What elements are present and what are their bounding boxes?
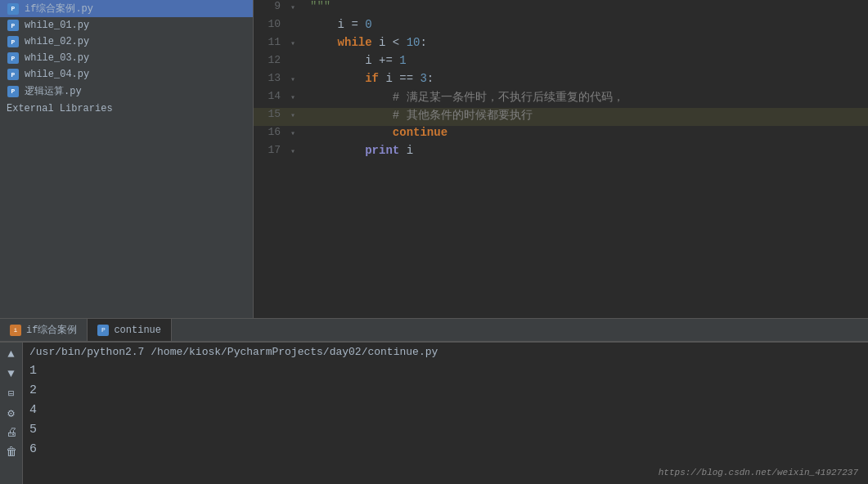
sidebar: P if综合案例.py P while_01.py P while_02.py … xyxy=(0,0,254,318)
print-button[interactable]: 🖨 xyxy=(3,424,20,441)
line-number: 17 xyxy=(254,144,290,162)
table-row: 9 ▾ """ xyxy=(254,0,868,18)
run-result: 1 2 4 5 6 xyxy=(29,361,861,459)
code-line: # 满足某一条件时，不执行后续重复的代码， xyxy=(307,90,868,108)
gutter: ▾ xyxy=(290,36,307,54)
settings-button[interactable]: ⚙ xyxy=(3,405,20,421)
table-row: 15 ▾ # 其他条件的时候都要执行 xyxy=(254,108,868,126)
output-line-1: 1 xyxy=(29,361,861,381)
code-line: i += 1 xyxy=(307,54,868,72)
py-icon: P xyxy=(7,85,20,98)
line-number: 11 xyxy=(254,36,290,54)
code-line: print i xyxy=(307,144,868,162)
sidebar-item-label: while_04.py xyxy=(25,69,89,80)
py-icon: P xyxy=(7,68,20,81)
fold-icon: ▾ xyxy=(290,147,295,156)
output-line-5: 6 xyxy=(29,440,861,459)
tab-label: if综合案例 xyxy=(26,323,77,337)
run-toolbar: ▲ ▼ ⊟ ⚙ 🖨 🗑 xyxy=(0,343,23,484)
scroll-up-button[interactable]: ▲ xyxy=(3,346,20,362)
line-number: 9 xyxy=(254,0,290,18)
gutter: ▾ xyxy=(290,126,307,144)
fold-icon: ▾ xyxy=(290,39,295,48)
tab-label: continue xyxy=(114,325,161,336)
tab-continue[interactable]: P continue xyxy=(88,319,172,341)
py-icon: P xyxy=(7,35,20,48)
sidebar-item-label: while_03.py xyxy=(25,52,89,64)
run-command: /usr/bin/python2.7 /home/kiosk/PycharmPr… xyxy=(29,346,861,358)
filter-button[interactable]: ⊟ xyxy=(3,385,20,401)
sidebar-item-label: 逻辑运算.py xyxy=(25,84,82,98)
run-output: /usr/bin/python2.7 /home/kiosk/PycharmPr… xyxy=(23,343,868,484)
code-line: # 其他条件的时候都要执行 xyxy=(307,108,868,126)
py-icon: P xyxy=(7,2,20,16)
table-row: 12 i += 1 xyxy=(254,54,868,72)
table-row: 13 ▾ if i == 3: xyxy=(254,72,868,90)
clear-button[interactable]: 🗑 xyxy=(3,444,20,460)
sidebar-item-label: while_01.py xyxy=(25,20,89,31)
code-line: continue xyxy=(307,126,868,144)
line-number: 13 xyxy=(254,72,290,90)
table-row: 17 ▾ print i xyxy=(254,144,868,162)
line-number: 15 xyxy=(254,108,290,126)
py-icon: P xyxy=(7,52,20,65)
code-line: if i == 3: xyxy=(307,72,868,90)
sidebar-item-while01[interactable]: P while_01.py xyxy=(0,17,253,34)
bottom-tabs: i if综合案例 P continue xyxy=(0,318,868,341)
output-line-4: 5 xyxy=(29,420,861,440)
run-panel: ▲ ▼ ⊟ ⚙ 🖨 🗑 /usr/bin/python2.7 /home/kio… xyxy=(0,342,868,484)
line-number: 16 xyxy=(254,126,290,144)
gutter: ▾ xyxy=(290,144,307,162)
table-row: 16 ▾ continue xyxy=(254,126,868,144)
editor: 9 ▾ """ 10 i = 0 11 ▾ while i xyxy=(254,0,868,318)
code-line: while i < 10: xyxy=(307,36,868,54)
gutter xyxy=(290,18,307,36)
fold-icon: ▾ xyxy=(290,3,295,12)
table-row: 10 i = 0 xyxy=(254,18,868,36)
tab-if[interactable]: i if综合案例 xyxy=(0,319,88,341)
code-area[interactable]: 9 ▾ """ 10 i = 0 11 ▾ while i xyxy=(254,0,868,318)
gutter: ▾ xyxy=(290,108,307,126)
scroll-down-button[interactable]: ▼ xyxy=(3,365,20,382)
run-panel-wrapper: ▲ ▼ ⊟ ⚙ 🖨 🗑 /usr/bin/python2.7 /home/kio… xyxy=(0,341,868,484)
sidebar-item-logic[interactable]: P 逻辑运算.py xyxy=(0,83,253,100)
sidebar-item-label: while_02.py xyxy=(25,36,89,47)
code-line: """ xyxy=(307,0,868,18)
watermark: https://blog.csdn.net/weixin_41927237 xyxy=(659,468,858,477)
table-row: 11 ▾ while i < 10: xyxy=(254,36,868,54)
line-number: 12 xyxy=(254,54,290,72)
gutter xyxy=(290,54,307,72)
main-area: P if综合案例.py P while_01.py P while_02.py … xyxy=(0,0,868,318)
sidebar-item-while02[interactable]: P while_02.py xyxy=(0,34,253,50)
gutter: ▾ xyxy=(290,0,307,18)
fold-icon: ▾ xyxy=(290,111,295,120)
fold-icon: ▾ xyxy=(290,129,295,138)
sidebar-item-label: if综合案例.py xyxy=(25,2,93,16)
sidebar-item-while04[interactable]: P while_04.py xyxy=(0,66,253,83)
sidebar-item-if[interactable]: P if综合案例.py xyxy=(0,0,253,17)
fold-icon: ▾ xyxy=(290,75,295,84)
sidebar-item-while03[interactable]: P while_03.py xyxy=(0,50,253,66)
table-row: 14 ▾ # 满足某一条件时，不执行后续重复的代码， xyxy=(254,90,868,108)
output-line-2: 2 xyxy=(29,381,861,401)
continue-tab-icon: P xyxy=(97,325,109,336)
code-table: 9 ▾ """ 10 i = 0 11 ▾ while i xyxy=(254,0,868,162)
gutter: ▾ xyxy=(290,72,307,90)
code-line: i = 0 xyxy=(307,18,868,36)
line-number: 10 xyxy=(254,18,290,36)
line-number: 14 xyxy=(254,90,290,108)
external-libraries: External Libraries xyxy=(0,100,253,118)
py-icon: P xyxy=(7,19,20,32)
gutter: ▾ xyxy=(290,90,307,108)
if-tab-icon: i xyxy=(10,325,21,336)
fold-icon: ▾ xyxy=(290,93,295,102)
output-line-3: 4 xyxy=(29,401,861,420)
